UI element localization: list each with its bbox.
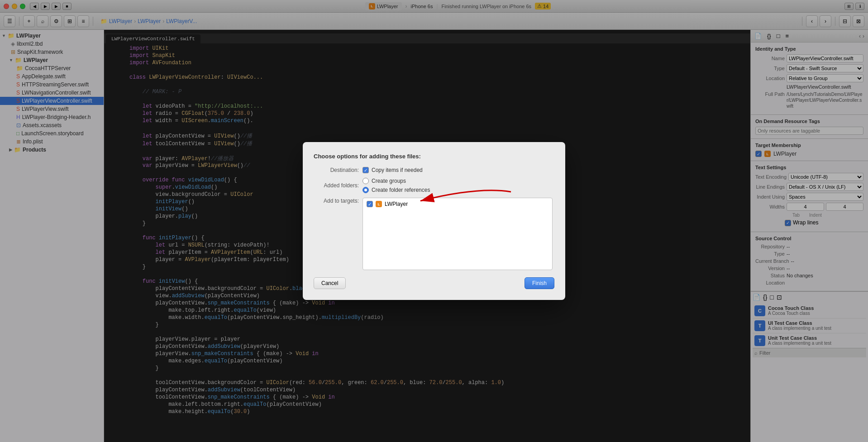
cancel-button[interactable]: Cancel <box>314 277 346 289</box>
target-lwplayer-checkbox[interactable] <box>367 201 373 207</box>
destination-checkbox-item: Copy items if needed <box>362 167 423 173</box>
folders-options: Create groups Create folder references <box>362 178 430 193</box>
create-refs-option[interactable]: Create folder references <box>362 187 430 193</box>
create-groups-radio[interactable] <box>362 178 369 184</box>
create-groups-label: Create groups <box>372 178 406 184</box>
target-lwplayer-icon: L <box>376 201 382 207</box>
folders-row: Added folders: Create groups Create fold… <box>314 178 554 193</box>
add-files-dialog: Choose options for adding these files: D… <box>303 142 565 300</box>
destination-row: Destination: Copy items if needed <box>314 167 554 173</box>
create-groups-option[interactable]: Create groups <box>362 178 430 184</box>
targets-list: L LWPlayer <box>362 198 553 270</box>
target-item-lwplayer: L LWPlayer <box>365 200 550 208</box>
target-lwplayer-name: LWPlayer <box>385 201 408 207</box>
destination-option: Copy items if needed <box>372 167 423 173</box>
dialog-overlay[interactable]: Choose options for adding these files: D… <box>0 0 868 442</box>
destination-label: Destination: <box>314 167 359 173</box>
targets-row: Add to targets: L LWPlayer <box>314 198 554 270</box>
finish-button[interactable]: Finish <box>525 277 554 289</box>
targets-label: Add to targets: <box>314 198 359 204</box>
destination-checkbox[interactable] <box>362 167 369 173</box>
folders-label: Added folders: <box>314 182 359 189</box>
dialog-title: Choose options for adding these files: <box>314 153 554 160</box>
create-refs-label: Create folder references <box>372 187 430 193</box>
create-refs-radio[interactable] <box>362 187 369 193</box>
dialog-buttons: Cancel Finish <box>314 277 554 289</box>
